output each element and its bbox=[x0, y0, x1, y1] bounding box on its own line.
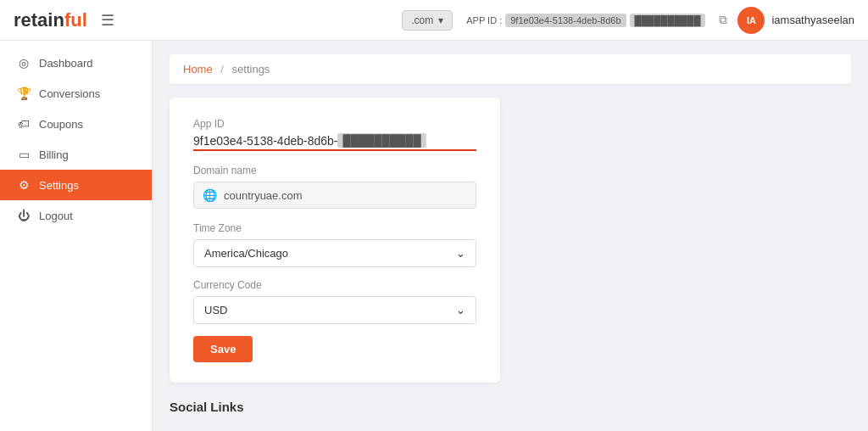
save-button[interactable]: Save bbox=[193, 336, 253, 362]
sidebar-item-logout[interactable]: ⏻ Logout bbox=[0, 200, 152, 231]
layout: ◎ Dashboard 🏆 Conversions 🏷 Coupons ▭ Bi… bbox=[0, 41, 868, 431]
breadcrumb: Home / settings bbox=[170, 54, 851, 84]
sidebar-label-billing: Billing bbox=[39, 148, 69, 161]
avatar: IA bbox=[737, 7, 765, 34]
domain-field: 🌐 countryuae.com bbox=[193, 182, 476, 209]
currency-label: Currency Code bbox=[193, 279, 476, 291]
logo: retainful bbox=[14, 9, 87, 31]
sidebar-label-dashboard: Dashboard bbox=[39, 57, 93, 70]
app-id-text: 9f1e03e4-5138-4deb-8d6b- bbox=[193, 134, 337, 148]
breadcrumb-current: settings bbox=[232, 63, 270, 76]
app-id-value: 9f1e03e4-5138-4deb-8d6b bbox=[505, 14, 626, 27]
currency-dropdown[interactable]: USD ⌄ bbox=[193, 296, 476, 324]
currency-chevron-icon: ⌄ bbox=[456, 304, 465, 316]
app-id-field-value: 9f1e03e4-5138-4deb-8d6b- ██████████ bbox=[193, 133, 476, 148]
copy-app-id-button[interactable]: ⧉ bbox=[719, 13, 727, 27]
conversions-icon: 🏆 bbox=[17, 87, 31, 100]
domain-label: Domain name bbox=[193, 165, 476, 176]
dashboard-icon: ◎ bbox=[17, 56, 31, 70]
app-id-display: APP ID : 9f1e03e4-5138-4deb-8d6b ███████… bbox=[466, 14, 705, 27]
coupons-icon: 🏷 bbox=[17, 117, 31, 131]
currency-value: USD bbox=[204, 304, 227, 316]
username-label: iamsathyaseelan bbox=[771, 14, 854, 26]
social-links-heading: Social Links bbox=[170, 400, 851, 414]
app-id-underline bbox=[193, 149, 476, 151]
sidebar-item-coupons[interactable]: 🏷 Coupons bbox=[0, 109, 152, 139]
breadcrumb-home-link[interactable]: Home bbox=[183, 63, 213, 76]
domain-selector-chevron: ▾ bbox=[438, 14, 443, 26]
sidebar-item-dashboard[interactable]: ◎ Dashboard bbox=[0, 48, 152, 78]
app-id-redacted: ██████████ bbox=[630, 14, 706, 27]
settings-card: App ID 9f1e03e4-5138-4deb-8d6b- ████████… bbox=[170, 98, 500, 383]
logout-icon: ⏻ bbox=[17, 209, 31, 222]
sidebar-label-coupons: Coupons bbox=[39, 118, 83, 131]
domain-value: countryuae.com bbox=[224, 189, 303, 202]
breadcrumb-separator: / bbox=[220, 63, 224, 76]
header: retainful ☰ .com ▾ APP ID : 9f1e03e4-513… bbox=[0, 0, 868, 41]
timezone-label: Time Zone bbox=[193, 222, 476, 234]
timezone-dropdown[interactable]: America/Chicago ⌄ bbox=[193, 239, 476, 267]
sidebar-item-billing[interactable]: ▭ Billing bbox=[0, 139, 152, 170]
app-id-field-label: App ID bbox=[193, 118, 476, 130]
sidebar-label-logout: Logout bbox=[39, 210, 73, 222]
timezone-value: America/Chicago bbox=[204, 247, 288, 260]
globe-icon: 🌐 bbox=[203, 188, 217, 202]
sidebar-label-settings: Settings bbox=[39, 179, 79, 192]
timezone-chevron-icon: ⌄ bbox=[456, 247, 465, 260]
domain-selector[interactable]: .com ▾ bbox=[402, 10, 453, 31]
domain-selector-value: .com bbox=[411, 14, 433, 26]
settings-icon: ⚙ bbox=[17, 178, 31, 192]
billing-icon: ▭ bbox=[17, 148, 31, 161]
main-content: Home / settings App ID 9f1e03e4-5138-4de… bbox=[153, 41, 868, 431]
sidebar-item-settings[interactable]: ⚙ Settings bbox=[0, 170, 152, 200]
app-id-label: APP ID : bbox=[466, 15, 502, 25]
sidebar: ◎ Dashboard 🏆 Conversions 🏷 Coupons ▭ Bi… bbox=[0, 41, 153, 431]
app-id-redacted-text: ██████████ bbox=[337, 133, 426, 148]
sidebar-item-conversions[interactable]: 🏆 Conversions bbox=[0, 78, 152, 109]
menu-toggle-button[interactable]: ☰ bbox=[101, 11, 114, 30]
logo-accent: ful bbox=[64, 9, 87, 31]
sidebar-label-conversions: Conversions bbox=[39, 87, 100, 100]
